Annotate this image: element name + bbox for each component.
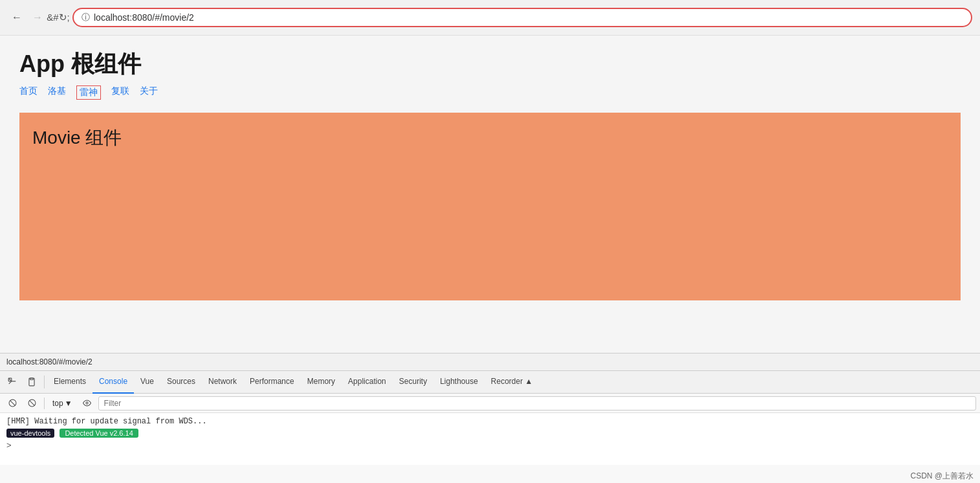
dropdown-arrow-icon: ▼ — [65, 399, 72, 408]
tab-sources[interactable]: Sources — [160, 371, 202, 394]
console-toolbar: top ▼ — [0, 394, 980, 413]
inspect-element-button[interactable] — [3, 372, 22, 392]
tab-lighthouse[interactable]: Lighthouse — [433, 371, 485, 394]
svg-rect-2 — [30, 378, 34, 379]
tab-network[interactable]: Network — [202, 371, 243, 394]
device-toolbar-button[interactable] — [22, 372, 41, 392]
tab-vue[interactable]: Vue — [134, 371, 160, 394]
context-label: top — [52, 399, 63, 408]
nav-link-thor[interactable]: 雷神 — [76, 85, 101, 100]
nav-link-loki[interactable]: 洛基 — [48, 85, 66, 100]
nav-link-about[interactable]: 关于 — [140, 85, 158, 100]
page-content: App 根组件 首页 洛基 雷神 复联 关于 Movie 组件 — [0, 36, 980, 353]
movie-title: Movie 组件 — [32, 126, 122, 150]
app-title: App 根组件 — [19, 49, 961, 80]
watermark: CSDN @上善若水 — [904, 469, 980, 483]
back-button[interactable]: ← — [8, 8, 26, 27]
tab-memory[interactable]: Memory — [301, 371, 342, 394]
svg-point-7 — [86, 402, 88, 404]
devtools-tabs: Elements Console Vue Sources Network Per… — [0, 371, 980, 394]
devtools-statusbar: localhost:8080/#/movie/2 — [0, 353, 980, 371]
nav-buttons: ← → &#↻; — [8, 8, 67, 27]
tab-security[interactable]: Security — [393, 371, 433, 394]
clear-console-button[interactable] — [4, 395, 21, 412]
statusbar-url: localhost:8080/#/movie/2 — [6, 357, 93, 366]
watermark-text: CSDN @上善若水 — [910, 471, 974, 480]
tab-elements[interactable]: Elements — [47, 371, 93, 394]
movie-box: Movie 组件 — [19, 113, 961, 300]
tab-application[interactable]: Application — [342, 371, 393, 394]
info-icon: ⓘ — [82, 12, 90, 23]
vue-devtools-line: vue-devtools Detected Vue v2.6.14 — [0, 427, 980, 439]
context-selector[interactable]: top ▼ — [49, 398, 76, 409]
forward-button[interactable]: → — [28, 8, 47, 27]
nav-links: 首页 洛基 雷神 复联 关于 — [19, 85, 961, 100]
console-prompt[interactable]: > — [0, 439, 980, 451]
address-bar[interactable]: ⓘ localhost:8080/#/movie/2 — [72, 8, 972, 27]
devtools-panel: Elements Console Vue Sources Network Per… — [0, 371, 980, 483]
detected-badge: Detected Vue v2.6.14 — [60, 429, 138, 438]
tab-performance[interactable]: Performance — [243, 371, 301, 394]
hmr-message: [HMR] Waiting for update signal from WDS… — [6, 417, 207, 426]
block-requests-button[interactable] — [23, 395, 40, 412]
refresh-button[interactable]: &#↻; — [49, 8, 67, 27]
filter-input[interactable] — [98, 396, 976, 410]
url-text: localhost:8080/#/movie/2 — [94, 12, 194, 23]
nav-link-home[interactable]: 首页 — [19, 85, 38, 100]
prompt-caret-icon: > — [6, 440, 12, 450]
vue-devtools-badge: vue-devtools — [6, 429, 54, 438]
toolbar-separator — [44, 398, 45, 409]
svg-line-4 — [10, 401, 15, 406]
tab-separator — [44, 376, 45, 388]
svg-line-6 — [29, 401, 34, 406]
console-output: [HMR] Waiting for update signal from WDS… — [0, 413, 980, 465]
browser-chrome: ← → &#↻; ⓘ localhost:8080/#/movie/2 — [0, 0, 980, 36]
hmr-log-line: [HMR] Waiting for update signal from WDS… — [0, 416, 980, 427]
nav-link-avengers[interactable]: 复联 — [111, 85, 129, 100]
eye-button[interactable] — [79, 395, 96, 412]
tab-recorder[interactable]: Recorder ▲ — [485, 371, 539, 394]
tab-console[interactable]: Console — [93, 371, 134, 394]
